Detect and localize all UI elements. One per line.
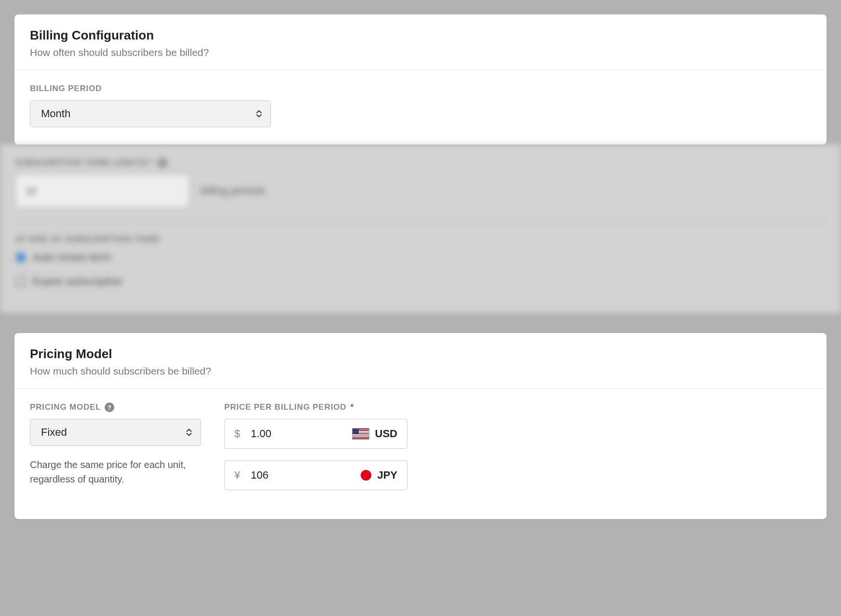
billing-period-select[interactable]: Month: [30, 100, 271, 127]
end-of-term-label: AT END OF SUBSCRIPTION TERM: [15, 235, 826, 244]
currency-code: USD: [375, 428, 397, 440]
billing-period-value: Month: [41, 107, 70, 120]
term-length-label: SUBSCRIPTION TERM LENGTH * ?: [15, 158, 826, 168]
blurred-section: SUBSCRIPTION TERM LENGTH * ? 12 billing …: [0, 145, 841, 313]
currency-code: JPY: [377, 469, 397, 482]
pricing-model-select[interactable]: Fixed: [30, 419, 201, 446]
radio-expire[interactable]: Expire subscription: [15, 275, 826, 288]
billing-title: Billing Configuration: [30, 28, 811, 43]
chevron-sort-icon: [186, 429, 192, 436]
price-per-period-label: PRICE PER BILLING PERIOD *: [224, 402, 407, 412]
price-input-jpy[interactable]: ¥ 106 JPY: [224, 460, 407, 490]
chevron-sort-icon: [256, 110, 262, 118]
radio-unchecked-icon: [15, 276, 26, 287]
flag-japan-icon: [361, 470, 371, 481]
pricing-subtitle: How much should subscribers be billed?: [30, 365, 811, 377]
pricing-model-label: PRICING MODEL ?: [30, 402, 201, 412]
currency-symbol: ¥: [234, 469, 243, 482]
flag-usa-icon: [352, 428, 369, 440]
pricing-body: PRICING MODEL ? Fixed Charge the same pr…: [14, 389, 827, 519]
billing-config-card: Billing Configuration How often should s…: [14, 14, 827, 145]
radio-auto-renew[interactable]: Auto renew term: [15, 251, 826, 264]
billing-body: BILLING PERIOD Month: [14, 70, 827, 145]
pricing-title: Pricing Model: [30, 347, 811, 362]
currency-symbol: $: [234, 428, 243, 440]
term-length-input[interactable]: 12: [15, 174, 189, 207]
term-suffix: billing periods: [201, 185, 266, 197]
billing-period-label: BILLING PERIOD: [30, 84, 811, 94]
help-icon[interactable]: ?: [105, 402, 114, 412]
price-value: 106: [251, 469, 353, 482]
pricing-header: Pricing Model How much should subscriber…: [14, 333, 827, 389]
help-icon: ?: [158, 158, 167, 168]
price-input-usd[interactable]: $ 1.00 USD: [224, 419, 407, 449]
pricing-model-value: Fixed: [41, 426, 67, 439]
price-value: 1.00: [251, 428, 344, 440]
required-asterisk: *: [151, 158, 154, 168]
pricing-model-card: Pricing Model How much should subscriber…: [14, 333, 827, 519]
pricing-hint: Charge the same price for each unit, reg…: [30, 457, 201, 486]
billing-subtitle: How often should subscribers be billed?: [30, 47, 811, 58]
required-asterisk: *: [350, 402, 353, 412]
billing-header: Billing Configuration How often should s…: [14, 14, 827, 70]
radio-checked-icon: [15, 252, 26, 263]
